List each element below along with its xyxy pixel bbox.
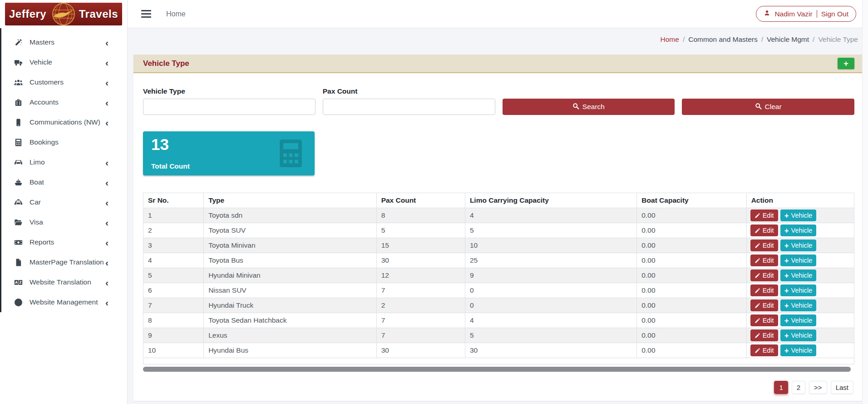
edit-button[interactable]: Edit [750, 344, 778, 356]
edit-button[interactable]: Edit [750, 224, 778, 236]
cell-action: Edit+Vehicle [746, 283, 854, 298]
plus-icon: + [784, 302, 789, 309]
topbar-home-link[interactable]: Home [166, 10, 186, 18]
sidebar-item-masters[interactable]: Masters‹ [1, 32, 127, 52]
add-vehicle-button[interactable]: +Vehicle [780, 284, 817, 296]
table-row: 7Hyundai Truck200.00Edit+Vehicle [143, 298, 854, 313]
edit-button[interactable]: Edit [750, 254, 778, 266]
cell-action: Edit+Vehicle [746, 343, 854, 358]
column-header-action: Action [746, 193, 854, 208]
edit-button[interactable]: Edit [750, 239, 778, 251]
user-name: Nadim Vazir [774, 10, 812, 18]
cell-pax: 7 [376, 283, 465, 298]
edit-button[interactable]: Edit [750, 314, 778, 326]
plus-icon: + [784, 317, 789, 324]
sidebar-item-limo[interactable]: Limo‹ [1, 152, 127, 172]
chevron-left-icon: ‹ [105, 58, 108, 67]
cell-type: Toyota Minivan [204, 238, 376, 253]
pagination-page-1[interactable]: 1 [774, 381, 788, 394]
table-row: 3Toyota Minivan15100.00Edit+Vehicle [143, 238, 854, 253]
sidebar-item-website-management[interactable]: Website Management‹ [1, 292, 127, 312]
chevron-left-icon: ‹ [105, 258, 108, 267]
cell-action: Edit+Vehicle [746, 328, 854, 343]
table-header-row: Sr No.TypePax CountLimo Carrying Capacit… [143, 193, 854, 208]
pill-divider [817, 10, 817, 18]
edit-button[interactable]: Edit [750, 284, 778, 296]
cell-pax: 30 [376, 343, 465, 358]
breadcrumb-separator: / [683, 35, 685, 43]
chevron-left-icon: ‹ [105, 158, 108, 167]
add-vehicle-button[interactable]: +Vehicle [780, 269, 817, 281]
clear-button[interactable]: Clear [682, 99, 854, 115]
add-vehicle-type-button[interactable]: + [838, 58, 854, 69]
sidebar-item-accounts[interactable]: Accounts‹ [1, 92, 127, 112]
pagination-last[interactable]: Last [831, 381, 853, 394]
edit-button[interactable]: Edit [750, 269, 778, 281]
brand-logo[interactable]: Jeffery Travels [5, 3, 122, 25]
add-vehicle-button[interactable]: +Vehicle [780, 299, 817, 311]
sidebar-item-communications-nw[interactable]: Communications (NW)‹ [1, 112, 127, 132]
table-body: 1Toyota sdn840.00Edit+Vehicle2Toyota SUV… [143, 208, 854, 364]
sign-out-link[interactable]: Sign Out [821, 10, 848, 18]
cell-sr: 9 [143, 328, 204, 343]
plus-icon: + [784, 212, 789, 219]
horizontal-scrollbar[interactable] [143, 367, 851, 372]
sidebar-item-car[interactable]: Car‹ [1, 192, 127, 212]
sidebar-item-reports[interactable]: Reports‹ [1, 232, 127, 252]
cell-limo: 4 [465, 313, 636, 328]
folder-open-icon [13, 218, 24, 227]
sidebar-item-visa[interactable]: Visa‹ [1, 212, 127, 232]
breadcrumb-item-vehicle-mgmt[interactable]: Vehicle Mgmt [767, 35, 809, 43]
cell-limo: 5 [465, 328, 636, 343]
cell-sr: 6 [143, 283, 204, 298]
sidebar-item-masterpage-translation[interactable]: MasterPage Translation‹ [1, 252, 127, 272]
add-vehicle-button[interactable]: +Vehicle [780, 254, 817, 266]
language-icon: AZ [13, 278, 24, 287]
sidebar-item-label: MasterPage Translation [30, 258, 105, 266]
sidebar-item-label: Boat [30, 178, 105, 186]
search-button[interactable]: Search [503, 99, 675, 115]
plus-icon: + [784, 257, 789, 264]
hamburger-menu-icon[interactable] [141, 10, 151, 18]
pagination-page-2[interactable]: 2 [792, 381, 805, 394]
cell-type: Lexus [204, 328, 376, 343]
cell-limo: 25 [465, 253, 636, 268]
cell-type: Toyota SUV [204, 223, 376, 238]
breadcrumb-item-common-and-masters[interactable]: Common and Masters [688, 35, 757, 43]
chevron-left-icon: ‹ [105, 118, 108, 127]
vertical-scrollbar[interactable] [862, 0, 868, 404]
cell-type: Hyundai Minivan [204, 268, 376, 283]
cell-limo: 30 [465, 343, 636, 358]
pencil-icon [755, 333, 760, 339]
sidebar-item-website-translation[interactable]: AZWebsite Translation‹ [1, 272, 127, 292]
sidebar-item-vehicle[interactable]: Vehicle‹ [1, 52, 127, 72]
empty-row [143, 358, 854, 364]
sidebar-item-label: Customers [30, 78, 105, 86]
sidebar-item-boat[interactable]: Boat‹ [1, 172, 127, 192]
add-vehicle-button[interactable]: +Vehicle [780, 344, 817, 356]
user-icon [764, 10, 770, 18]
pax-count-input[interactable] [323, 99, 495, 115]
edit-button[interactable]: Edit [750, 209, 778, 221]
breadcrumb-item-home[interactable]: Home [661, 35, 679, 43]
user-menu[interactable]: Nadim Vazir Sign Out [756, 6, 856, 22]
table-row: 10Hyundai Bus30300.00Edit+Vehicle [143, 343, 854, 358]
cell-type: Toyota sdn [204, 208, 376, 223]
sidebar-item-bookings[interactable]: Bookings [1, 132, 127, 152]
add-vehicle-button[interactable]: +Vehicle [780, 224, 817, 236]
cell-limo: 0 [465, 283, 636, 298]
pagination-next[interactable]: >> [809, 381, 827, 394]
edit-button[interactable]: Edit [750, 329, 778, 341]
add-vehicle-button[interactable]: +Vehicle [780, 209, 817, 221]
cell-pax: 12 [376, 268, 465, 283]
add-vehicle-button[interactable]: +Vehicle [780, 314, 817, 326]
add-vehicle-button[interactable]: +Vehicle [780, 239, 817, 251]
vehicle-type-input[interactable] [143, 99, 316, 115]
chevron-left-icon: ‹ [105, 38, 108, 47]
cell-type: Toyota Sedan Hatchback [204, 313, 376, 328]
edit-button[interactable]: Edit [750, 299, 778, 311]
add-vehicle-button[interactable]: +Vehicle [780, 329, 817, 341]
cell-limo: 5 [465, 223, 636, 238]
cell-sr: 2 [143, 223, 204, 238]
sidebar-item-customers[interactable]: Customers‹ [1, 72, 127, 92]
